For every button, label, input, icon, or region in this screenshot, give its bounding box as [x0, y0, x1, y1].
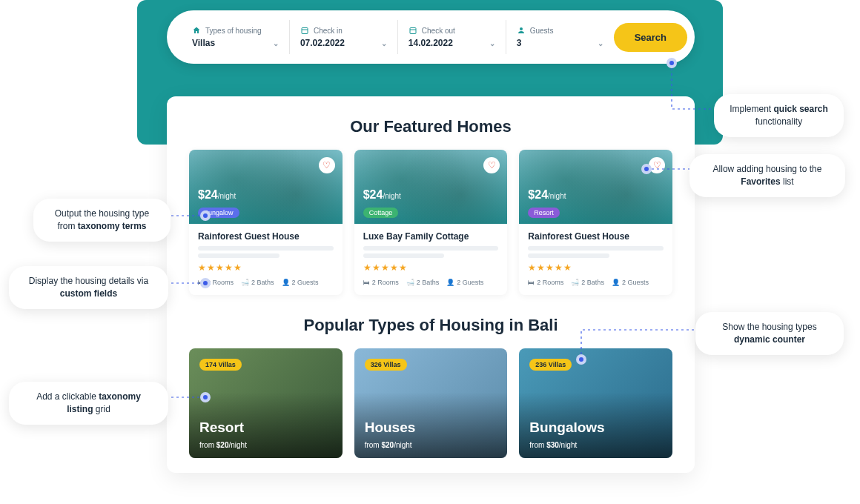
bath-icon: 🛁: [241, 279, 249, 286]
listing-title: Rainforest Guest House: [528, 231, 664, 242]
checkout-label: Check out: [422, 27, 455, 35]
svg-point-4: [520, 27, 523, 30]
annotation-dot: [200, 278, 211, 288]
listing-card[interactable]: ♡ $24/night Cottage Luxe Bay Family Cott…: [354, 150, 508, 295]
housing-type-value: Villas: [192, 38, 215, 48]
text-placeholder: [528, 253, 609, 258]
annotation-dot: [641, 164, 652, 174]
listing-image: ♡ $24/night Bungalow: [189, 150, 343, 224]
callout-favorites: Allow adding housing to the Favorites li…: [689, 154, 845, 197]
rating-stars: ★★★★★: [198, 262, 334, 273]
chevron-down-icon: ⌄: [489, 39, 495, 47]
home-icon: [192, 26, 201, 35]
types-row: 174 Villas Resort from $20/night 326 Vil…: [189, 348, 672, 458]
listing-title: Luxe Bay Family Cottage: [363, 231, 499, 242]
heart-icon: ♡: [322, 160, 331, 170]
guests-select[interactable]: Guests 3⌄: [506, 20, 614, 54]
annotation-dot: [576, 354, 586, 365]
heart-icon: ♡: [653, 160, 661, 170]
person-icon: [517, 26, 526, 35]
checkout-select[interactable]: Check out 14.02.2022⌄: [398, 20, 506, 54]
annotation-dot: [666, 58, 677, 68]
text-placeholder: [363, 246, 499, 251]
chevron-down-icon: ⌄: [273, 39, 279, 47]
chevron-down-icon: ⌄: [598, 39, 603, 47]
listing-image: ♡ $24/night Resort: [519, 150, 672, 224]
taxonomy-badge: Cottage: [363, 208, 399, 218]
type-name: Houses: [365, 420, 416, 436]
svg-rect-2: [410, 28, 416, 34]
rating-stars: ★★★★★: [363, 262, 499, 273]
listing-image: ♡ $24/night Cottage: [354, 150, 508, 224]
rating-stars: ★★★★★: [528, 262, 664, 273]
type-name: Bungalows: [529, 420, 604, 436]
heart-icon: ♡: [488, 160, 496, 170]
callout-custom-fields: Display the housing details via custom f…: [9, 266, 168, 309]
search-button[interactable]: Search: [614, 23, 687, 52]
checkout-value: 14.02.2022: [408, 38, 453, 48]
listing-card[interactable]: ♡ $24/night Bungalow Rainforest Guest Ho…: [189, 150, 343, 295]
count-badge: 326 Villas: [365, 359, 407, 371]
text-placeholder: [198, 253, 280, 258]
callout-taxonomy-terms: Output the housing type from taxonomy te…: [33, 199, 171, 242]
annotation-dot: [200, 392, 211, 402]
type-card-bungalows[interactable]: 236 Villas Bungalows from $30/night: [519, 348, 672, 458]
checkin-select[interactable]: Check in 07.02.2022⌄: [290, 20, 398, 54]
listing-meta: 🛏2 Rooms 🛁2 Baths 👤2 Guests: [363, 279, 499, 286]
type-card-houses[interactable]: 326 Villas Houses from $20/night: [354, 348, 508, 458]
type-card-resort[interactable]: 174 Villas Resort from $20/night: [189, 348, 343, 458]
guests-value: 3: [517, 38, 522, 48]
chevron-down-icon: ⌄: [381, 39, 387, 47]
text-placeholder: [363, 253, 445, 258]
listing-price: $24/night: [528, 188, 566, 202]
listing-meta: 🛏2 Rooms 🛁2 Baths 👤2 Guests: [528, 279, 664, 286]
housing-type-select[interactable]: Types of housing Villas⌄: [182, 20, 290, 54]
guests-label: Guests: [530, 27, 554, 35]
bath-icon: 🛁: [571, 279, 579, 286]
search-bar: Types of housing Villas⌄ Check in 07.02.…: [167, 10, 695, 64]
callout-dynamic-counter: Show the housing types dynamic counter: [695, 312, 844, 355]
count-badge: 174 Villas: [199, 359, 242, 371]
taxonomy-badge: Resort: [528, 208, 560, 218]
listing-meta: 🛏2 Rooms 🛁2 Baths 👤2 Guests: [198, 279, 334, 286]
calendar-icon: [408, 26, 417, 35]
checkin-label: Check in: [314, 27, 343, 35]
text-placeholder: [198, 246, 334, 251]
main-content-card: Our Featured Homes ♡ $24/night Bungalow …: [167, 96, 695, 473]
bath-icon: 🛁: [406, 279, 414, 286]
bed-icon: 🛏: [363, 279, 370, 286]
calendar-icon: [300, 26, 309, 35]
checkin-value: 07.02.2022: [300, 38, 345, 48]
housing-type-label: Types of housing: [205, 27, 262, 35]
type-from-price: from $20/night: [199, 441, 247, 449]
type-from-price: from $20/night: [365, 441, 412, 449]
callout-quick-search: Implement quick search functionality: [714, 94, 844, 137]
person-icon: 👤: [282, 279, 290, 286]
person-icon: 👤: [612, 279, 620, 286]
featured-cards-row: ♡ $24/night Bungalow Rainforest Guest Ho…: [189, 150, 672, 295]
text-placeholder: [528, 246, 664, 251]
types-title: Popular Types of Housing in Bali: [189, 316, 672, 335]
person-icon: 👤: [446, 279, 454, 286]
bed-icon: 🛏: [528, 279, 535, 286]
callout-taxonomy-listing: Add a clickable taxonomy listing grid: [9, 382, 168, 425]
listing-price: $24/night: [198, 188, 236, 202]
annotation-dot: [200, 210, 211, 221]
listing-price: $24/night: [363, 188, 401, 202]
svg-rect-0: [302, 28, 308, 34]
favorite-button[interactable]: ♡: [319, 157, 335, 173]
featured-title: Our Featured Homes: [189, 117, 672, 136]
listing-title: Rainforest Guest House: [198, 231, 334, 242]
count-badge: 236 Villas: [529, 359, 572, 371]
type-name: Resort: [199, 420, 244, 436]
favorite-button[interactable]: ♡: [483, 157, 500, 173]
type-from-price: from $30/night: [529, 441, 577, 449]
